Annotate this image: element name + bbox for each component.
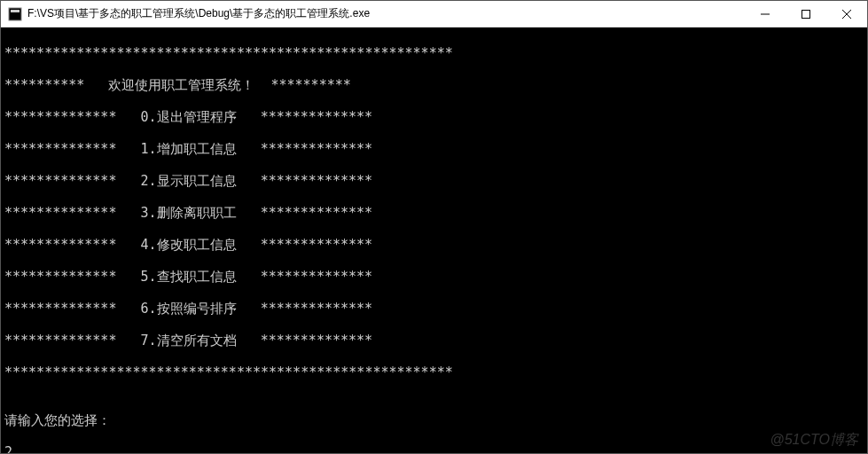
app-icon (8, 7, 22, 21)
window-controls (745, 1, 867, 27)
maximize-button[interactable] (786, 1, 826, 27)
svg-rect-1 (11, 10, 20, 12)
close-button[interactable] (826, 1, 867, 27)
menu-item-0: ************** 0.退出管理程序 ************** (4, 109, 864, 125)
prompt-line: 请输入您的选择： (4, 412, 864, 428)
menu-item-6: ************** 6.按照编号排序 ************** (4, 301, 864, 317)
console-output[interactable]: ****************************************… (1, 27, 867, 453)
svg-rect-3 (802, 10, 810, 18)
menu-item-5: ************** 5.查找职工信息 ************** (4, 269, 864, 285)
border-line: ****************************************… (4, 45, 864, 61)
menu-item-7: ************** 7.清空所有文档 ************** (4, 333, 864, 348)
window-frame: F:\VS项目\基于多态的职工管理系统\Debug\基于多态的职工管理系统.ex… (0, 0, 868, 454)
menu-item-2: ************** 2.显示职工信息 ************** (4, 173, 864, 189)
menu-item-1: ************** 1.增加职工信息 ************** (4, 141, 864, 157)
menu-header: ********** 欢迎使用职工管理系统！ ********** (4, 77, 864, 93)
titlebar[interactable]: F:\VS项目\基于多态的职工管理系统\Debug\基于多态的职工管理系统.ex… (1, 1, 867, 27)
menu-item-4: ************** 4.修改职工信息 ************** (4, 237, 864, 253)
user-input-line: 2 (4, 444, 864, 453)
minimize-button[interactable] (745, 1, 786, 27)
window-title: F:\VS项目\基于多态的职工管理系统\Debug\基于多态的职工管理系统.ex… (27, 6, 745, 21)
menu-item-3: ************** 3.删除离职职工 ************** (4, 205, 864, 221)
border-line: ****************************************… (4, 364, 864, 380)
